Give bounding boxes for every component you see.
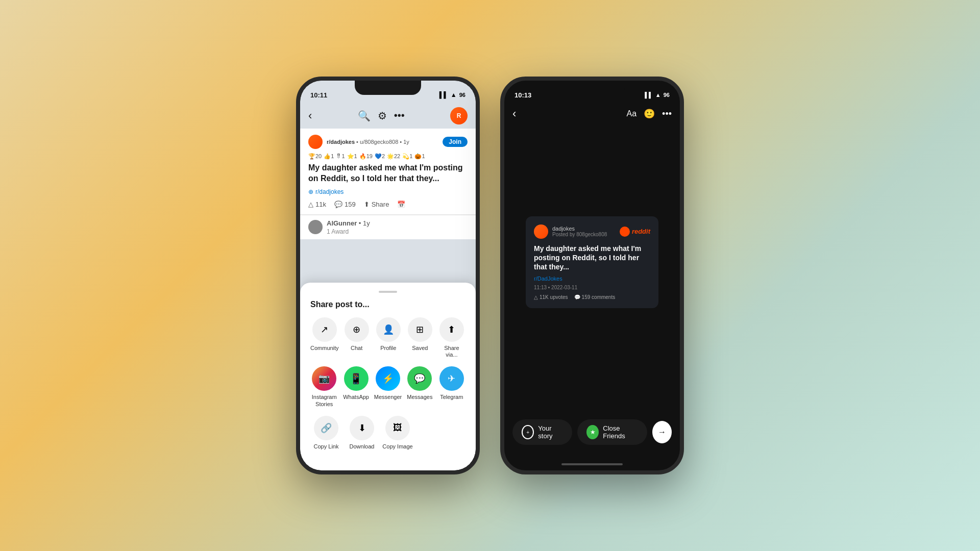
reddit-post: r/dadjokes • u/808gecko808 • 1y Join 🏆20…: [300, 129, 476, 214]
saved-icon: ⊞: [408, 317, 432, 342]
copy-image-icon: 🖼: [385, 416, 410, 440]
card-avatar: [534, 224, 548, 239]
your-story-label: Your story: [538, 424, 563, 440]
chat-label: Chat: [351, 345, 362, 352]
phone-reddit: 10:11 ▌▌ ▲ 96 ‹ 🔍 ⚙ ••• R: [296, 77, 480, 474]
status-icons: ▌▌ ▲ 96: [439, 91, 465, 98]
share-copy-link[interactable]: 🔗 Copy Link: [310, 416, 342, 450]
comment-award: 1 Award: [327, 228, 370, 235]
story-header: ‹ Aa 🙂 •••: [504, 103, 680, 124]
upvote-action[interactable]: △ 11k: [308, 201, 326, 208]
whatsapp-label: WhatsApp: [343, 394, 369, 400]
phone-notch-2: [559, 81, 625, 95]
instagram-label: Instagram Stories: [310, 394, 338, 407]
share-messenger[interactable]: ⚡ Messenger: [374, 366, 402, 407]
card-posted-by: Posted by 808gecko808: [552, 232, 607, 237]
profile-label: Profile: [380, 345, 396, 352]
card-title: My daughter asked me what I'm posting on…: [534, 244, 650, 272]
card-upvotes: △ 11K upvotes: [534, 294, 568, 300]
share-saved[interactable]: ⊞ Saved: [406, 317, 434, 358]
reddit-logo: reddit: [620, 227, 650, 237]
awards-row: 🏆20👍1🎖1⭐1🔥19💙2🌟22💫1🎃1: [308, 153, 468, 160]
messenger-label: Messenger: [374, 394, 402, 400]
share-instagram[interactable]: 📷 Instagram Stories: [310, 366, 338, 407]
instagram-icon: 📷: [312, 366, 336, 391]
saved-label: Saved: [412, 345, 428, 352]
battery-label: 96: [459, 92, 465, 98]
card-timestamp: 11:13 • 2022-03-11: [534, 285, 650, 290]
telegram-label: Telegram: [440, 394, 463, 400]
download-icon: ⬇: [350, 416, 374, 440]
phone-instagram: 10:13 ▌▌ ▲ 96 ‹ Aa 🙂 •••: [500, 77, 684, 474]
story-back-button[interactable]: ‹: [512, 107, 516, 120]
battery-icon-2: 96: [664, 92, 670, 98]
post-meta-text: r/dadjokes • u/808gecko808 • 1y: [327, 139, 409, 145]
telegram-icon: ✈: [439, 366, 464, 391]
card-stats: △ 11K upvotes 💬 159 comments: [534, 294, 650, 300]
wifi-icon: ▲: [451, 91, 457, 98]
comment-action[interactable]: 💬 159: [334, 201, 356, 208]
more-icon[interactable]: •••: [394, 110, 405, 122]
search-icon[interactable]: 🔍: [358, 110, 371, 122]
whatsapp-icon: 📱: [344, 366, 369, 391]
commenter-name: AlGunner • 1y: [327, 219, 370, 227]
more-options-button[interactable]: •••: [662, 109, 672, 119]
text-button[interactable]: Aa: [627, 109, 637, 118]
user-avatar[interactable]: R: [450, 107, 468, 124]
close-friends-button[interactable]: ★ Close Friends: [577, 419, 647, 445]
share-via[interactable]: ⬆ Share via...: [438, 317, 465, 358]
header-action-icons: 🔍 ⚙ •••: [358, 110, 405, 122]
share-profile[interactable]: 👤 Profile: [375, 317, 402, 358]
copy-image-label: Copy Image: [382, 443, 412, 450]
your-story-button[interactable]: + Your story: [512, 419, 572, 445]
phone-notch: [355, 81, 421, 95]
share-community[interactable]: ↗ Community: [310, 317, 339, 358]
sticker-button[interactable]: 🙂: [644, 108, 655, 119]
close-friends-icon: ★: [586, 425, 599, 439]
chat-icon: ⊕: [345, 317, 369, 342]
share-copy-image[interactable]: 🖼 Copy Image: [382, 416, 413, 450]
copy-link-icon: 🔗: [314, 416, 338, 440]
community-label: Community: [310, 345, 339, 352]
post-meta: r/dadjokes • u/808gecko808 • 1y Join: [308, 135, 468, 149]
your-story-icon: +: [522, 425, 534, 439]
post-subreddit-link[interactable]: ⊕ r/dadjokes: [308, 188, 468, 195]
filter-icon[interactable]: ⚙: [378, 110, 387, 122]
share-title: Share post to...: [310, 300, 465, 309]
wifi-icon-2: ▲: [655, 92, 661, 98]
post-title[interactable]: My daughter asked me what I'm posting on…: [308, 163, 468, 184]
share-via-label: Share via...: [438, 345, 465, 358]
reddit-share-card: dadjokes Posted by 808gecko808 reddit My…: [526, 216, 658, 309]
share-row-2: 📷 Instagram Stories 📱 WhatsApp ⚡: [310, 366, 465, 407]
share-download[interactable]: ⬇ Download: [346, 416, 378, 450]
story-bottom-controls: + Your story ★ Close Friends →: [504, 419, 680, 445]
share-row-3: 🔗 Copy Link ⬇ Download 🖼: [310, 416, 465, 450]
share-row-1: ↗ Community ⊕ Chat 👤 Profi: [310, 317, 465, 358]
share-telegram[interactable]: ✈ Telegram: [438, 366, 465, 407]
story-canvas: dadjokes Posted by 808gecko808 reddit My…: [504, 124, 680, 400]
close-friends-label: Close Friends: [603, 424, 638, 440]
sheet-handle: [379, 291, 397, 293]
join-button[interactable]: Join: [443, 137, 468, 147]
signal-icon-2: ▌▌: [645, 92, 653, 98]
share-messages[interactable]: 💬 Messages: [406, 366, 433, 407]
bookmark-action[interactable]: 📅: [397, 201, 405, 208]
comment-preview: AlGunner • 1y 1 Award: [300, 215, 476, 239]
story-status-time: 10:13: [514, 91, 531, 99]
share-chat[interactable]: ⊕ Chat: [343, 317, 371, 358]
next-arrow-icon: →: [658, 428, 666, 437]
share-action[interactable]: ⬆ Share: [364, 201, 389, 208]
copy-link-label: Copy Link: [314, 443, 339, 450]
story-next-button[interactable]: →: [652, 421, 672, 443]
status-time: 10:11: [310, 91, 327, 99]
home-indicator: [561, 463, 623, 465]
reddit-logo-text: reddit: [632, 228, 650, 235]
share-sheet: Share post to... ↗ Community ⊕ Chat: [300, 283, 476, 470]
subreddit-avatar: [308, 135, 323, 149]
share-via-icon: ⬆: [439, 317, 464, 342]
card-subreddit: r/DadJokes: [534, 276, 650, 282]
card-comments: 💬 159 comments: [574, 294, 616, 300]
back-button[interactable]: ‹: [308, 109, 312, 122]
share-whatsapp[interactable]: 📱 WhatsApp: [342, 366, 370, 407]
signal-icon: ▌▌: [439, 91, 448, 98]
